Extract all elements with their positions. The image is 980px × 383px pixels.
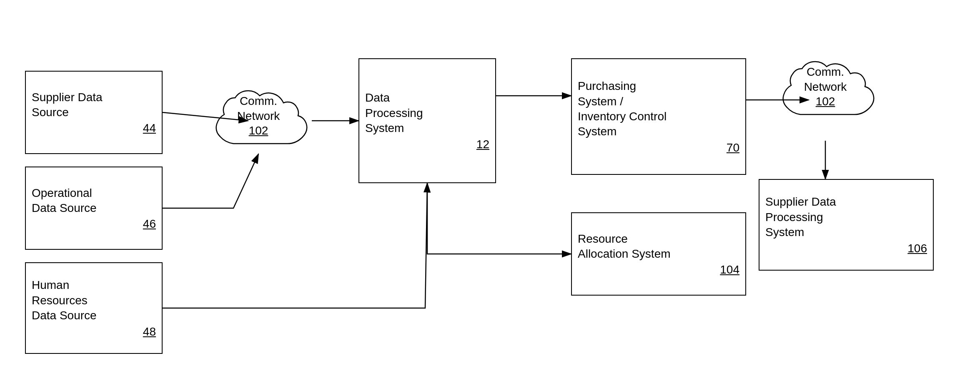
operational-data-source-box: OperationalData Source 46 — [25, 167, 163, 250]
supplier-data-processing-system-label: Supplier DataProcessingSystem — [765, 194, 836, 240]
comm-network-left-label: Comm.Network — [204, 94, 313, 124]
comm-network-right-number: 102 — [771, 95, 880, 108]
human-resources-data-source-number: 48 — [143, 325, 156, 338]
comm-network-left-cloud: Comm.Network 102 — [204, 71, 313, 171]
supplier-data-processing-system-number: 106 — [907, 242, 927, 255]
supplier-data-source-label: Supplier DataSource — [32, 90, 103, 120]
purchasing-system-label: PurchasingSystem /Inventory ControlSyste… — [578, 79, 667, 139]
supplier-data-source-number: 44 — [143, 122, 156, 135]
data-processing-system-box: DataProcessingSystem 12 — [358, 58, 496, 183]
arrow-hr-to-dps — [163, 183, 427, 308]
human-resources-data-source-box: HumanResourcesData Source 48 — [25, 262, 163, 354]
arrow-dps-to-ras — [427, 183, 571, 254]
resource-allocation-system-label: ResourceAllocation System — [578, 231, 671, 262]
comm-network-left-number: 102 — [204, 124, 313, 137]
human-resources-data-source-label: HumanResourcesData Source — [32, 278, 97, 323]
data-processing-system-label: DataProcessingSystem — [365, 90, 423, 136]
supplier-data-source-box: Supplier DataSource 44 — [25, 71, 163, 154]
purchasing-system-number: 70 — [727, 141, 739, 154]
resource-allocation-system-number: 104 — [720, 263, 739, 276]
diagram: Supplier DataSource 44 OperationalData S… — [0, 0, 980, 383]
operational-data-source-number: 46 — [143, 217, 156, 231]
purchasing-system-box: PurchasingSystem /Inventory ControlSyste… — [571, 58, 746, 175]
resource-allocation-system-box: ResourceAllocation System 104 — [571, 212, 746, 296]
comm-network-right-label: Comm.Network — [771, 65, 880, 95]
operational-data-source-label: OperationalData Source — [32, 186, 97, 216]
data-processing-system-number: 12 — [476, 138, 489, 151]
supplier-data-processing-system-box: Supplier DataProcessingSystem 106 — [759, 179, 934, 271]
comm-network-right-cloud: Comm.Network 102 — [771, 42, 880, 142]
